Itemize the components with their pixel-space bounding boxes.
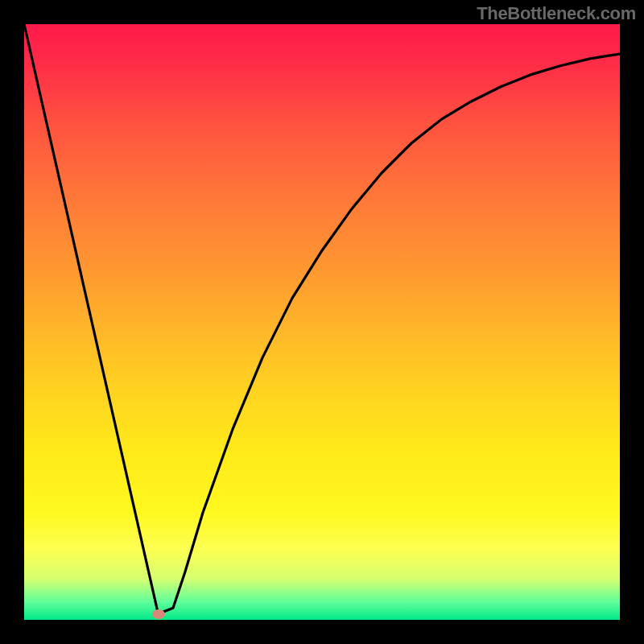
watermark-label: TheBottleneck.com <box>477 3 636 24</box>
plot-area <box>24 24 620 620</box>
bottleneck-curve <box>24 24 620 620</box>
chart-container: TheBottleneck.com <box>0 0 644 644</box>
optimum-marker <box>152 609 165 619</box>
